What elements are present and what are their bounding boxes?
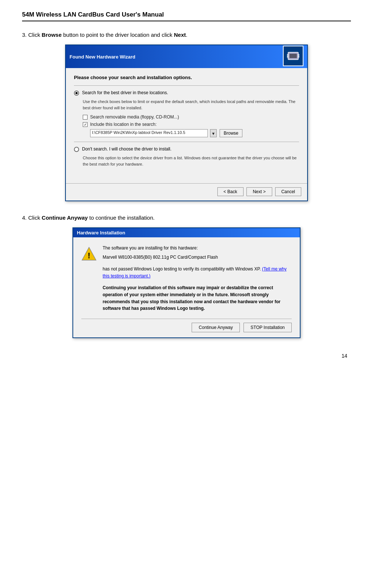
browse-button[interactable]: Browse — [220, 129, 242, 137]
wizard-divider1 — [74, 85, 299, 86]
page-title: 54M Wireless LAN CardBus Card User's Man… — [22, 11, 351, 18]
svg-rect-2 — [287, 54, 288, 56]
path-row: I:\CF8385P Win2KWinXp labtool Driver Rev… — [90, 129, 299, 137]
hw-dialog-container: Hardware Installation ! The software you… — [22, 227, 351, 338]
step-4: 4. Click Continue Anyway to continue the… — [22, 215, 351, 338]
svg-rect-5 — [298, 56, 299, 57]
radio1-subtext: Use the check boxes below to limit or ex… — [83, 99, 299, 111]
hw-line3: has not passed Windows Logo testing to v… — [103, 266, 292, 279]
next-button[interactable]: Next > — [246, 187, 272, 196]
radio2-subtext: Choose this option to select the device … — [83, 155, 299, 167]
radio1-row[interactable]: Search for the best driver in these loca… — [74, 90, 299, 96]
stop-installation-button[interactable]: STOP Installation — [244, 323, 292, 332]
wizard-dialog-container: Found New Hardware Wizard Please choose … — [22, 45, 351, 201]
hw-footer-btns: Continue Anyway STOP Installation — [81, 323, 292, 332]
wizard-title-text: Found New Hardware Wizard — [70, 54, 135, 60]
hw-content: ! The software you are installing for th… — [81, 245, 292, 314]
radio1-indent: Use the check boxes below to limit or ex… — [83, 99, 299, 137]
checkbox2-row[interactable]: ✓ Include this location in the search: — [83, 122, 299, 127]
wizard-titlebar: Found New Hardware Wizard — [66, 45, 307, 68]
warning-triangle-icon: ! — [81, 246, 97, 262]
hw-titlebar: Hardware Installation — [73, 228, 300, 237]
checkbox2-box[interactable]: ✓ — [83, 122, 88, 127]
hw-footer-divider — [81, 319, 292, 319]
path-input-display[interactable]: I:\CF8385P Win2KWinXp labtool Driver Rev… — [90, 129, 208, 137]
step3-text: 3. Click Browse button to point to the d… — [22, 32, 351, 38]
radio2-dot[interactable] — [74, 147, 79, 152]
wizard-icon — [283, 46, 303, 66]
radio2-label: Don't search. I will choose the driver t… — [82, 146, 171, 152]
hw-dialog: Hardware Installation ! The software you… — [72, 227, 301, 338]
radio2-indent: Choose this option to select the device … — [83, 155, 299, 167]
hw-line2: Marvell W8100-8385(B0) 802.11g PC Card/C… — [103, 254, 292, 261]
step4-text: 4. Click Continue Anyway to continue the… — [22, 215, 351, 221]
title-divider — [22, 21, 351, 21]
svg-rect-3 — [298, 54, 299, 56]
continue-anyway-button[interactable]: Continue Anyway — [192, 323, 240, 332]
hw-body: ! The software you are installing for th… — [73, 237, 300, 337]
checkbox2-label: Include this location in the search: — [90, 122, 157, 127]
hw-warning-text: Continuing your installation of this sof… — [103, 284, 292, 312]
wizard-divider2 — [74, 142, 299, 142]
wizard-body: Please choose your search and installati… — [66, 68, 307, 183]
radio1-dot[interactable] — [74, 91, 79, 96]
svg-rect-1 — [289, 54, 297, 58]
hw-line1: The software you are installing for this… — [103, 245, 292, 252]
svg-text:!: ! — [88, 251, 90, 260]
warning-icon: ! — [81, 246, 97, 262]
path-dropdown[interactable]: ▼ — [210, 129, 217, 137]
svg-rect-4 — [287, 56, 288, 57]
back-button[interactable]: < Back — [217, 187, 244, 196]
checkbox1-row[interactable]: Search removable media (floppy, CD-ROM..… — [83, 114, 299, 120]
wizard-footer: < Back Next > Cancel — [66, 183, 307, 201]
path-value: I:\CF8385P Win2KWinXp labtool Driver Rev… — [92, 130, 185, 135]
hw-text-block: The software you are installing for this… — [103, 245, 292, 314]
step-3: 3. Click Browse button to point to the d… — [22, 32, 351, 201]
radio2-row[interactable]: Don't search. I will choose the driver t… — [74, 146, 299, 152]
radio1-label: Search for the best driver in these loca… — [82, 90, 168, 95]
page-number: 14 — [22, 353, 351, 359]
hw-title-text: Hardware Installation — [77, 230, 125, 235]
wizard-icon-svg — [286, 49, 301, 63]
checkbox1-box[interactable] — [83, 115, 88, 120]
wizard-heading: Please choose your search and installati… — [74, 75, 299, 80]
checkbox1-label: Search removable media (floppy, CD-ROM..… — [90, 114, 179, 120]
cancel-button[interactable]: Cancel — [275, 187, 301, 196]
wizard-dialog: Found New Hardware Wizard Please choose … — [65, 45, 308, 201]
